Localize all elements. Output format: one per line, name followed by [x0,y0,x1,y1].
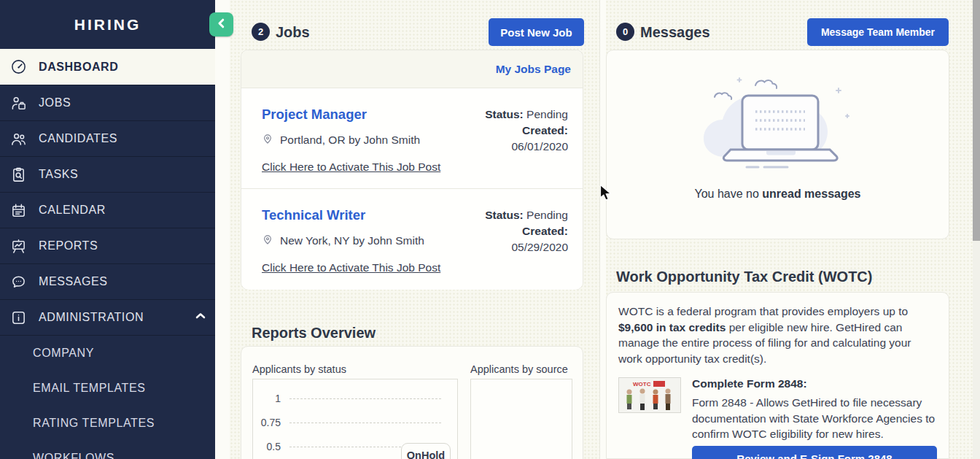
y-axis-tick: 0.75 [254,417,281,428]
sidebar-item-reports[interactable]: REPORTS [0,228,215,263]
message-team-member-button[interactable]: Message Team Member [807,18,949,46]
my-jobs-page-row: My Jobs Page [241,50,583,88]
gridline [289,398,441,399]
applicants-by-status-chart: 1 0.75 0.5 OnHold [252,379,458,459]
sidebar-item-label: CANDIDATES [39,132,117,145]
sidebar-item-label: MESSAGES [39,275,108,288]
status-label: Status: [485,108,524,120]
app-title: HIRING [0,0,215,49]
status-value: Pending [526,209,568,221]
created-label: Created: [485,123,568,139]
hiring-dashboard: HIRING DASHBOARD JOBS CANDIDATES [0,0,980,459]
sidebar-item-candidates[interactable]: CANDIDATES [0,120,215,156]
form-2848-title: Complete Form 2848: [692,377,937,390]
calendar-icon [9,201,28,220]
jobs-count-badge: 2 [252,23,270,41]
form-2848-row: WOTC Complete Form 2848: Form 2848 - All… [607,377,949,459]
sidebar-item-tasks[interactable]: TASKS [0,156,215,192]
wotc-card: WOTC is a federal program that provides … [606,292,949,459]
scrollbar-thumb[interactable] [973,0,980,241]
chevron-left-icon [217,18,227,31]
sidebar-subitem-email-templates[interactable]: EMAIL TEMPLATES [0,371,215,406]
candidates-people-icon [9,130,28,148]
sidebar-item-label: TASKS [39,168,78,181]
page-scrollbar [973,0,980,459]
jobs-briefcase-person-icon [9,94,28,112]
sidebar-subitem-company[interactable]: COMPANY [0,336,215,371]
messages-count-badge: 0 [616,23,634,41]
reports-overview-title: Reports Overview [252,325,376,342]
sidebar-item-administration[interactable]: ADMINISTRATION [0,299,215,335]
reports-overview-card: Applicants by status 1 0.75 0.5 OnHold A… [241,346,583,459]
sidebar-item-label: DASHBOARD [39,61,118,74]
svg-text:WOTC: WOTC [633,381,651,387]
gridline [289,423,441,423]
activate-job-link[interactable]: Click Here to Activate This Job Post [262,261,440,274]
applicants-by-source-label: Applicants by source [470,363,568,375]
form-2848-description: Form 2848 - Allows GetHired to file nece… [692,395,937,442]
job-location-text: Portland, OR by John Smith [280,134,420,147]
sidebar: HIRING DASHBOARD JOBS CANDIDATES [0,0,215,459]
messages-section-title: Messages [640,24,710,41]
location-pin-icon [262,133,273,147]
applicants-by-status-label: Applicants by status [252,363,346,375]
sidebar-item-label: CALENDAR [39,204,106,217]
form-2848-content: Complete Form 2848: Form 2848 - Allows G… [692,377,937,459]
reports-chart-icon [9,237,28,255]
applicants-by-source-chart [470,379,572,459]
sidebar-item-dashboard[interactable]: DASHBOARD [0,49,215,85]
status-value: Pending [526,108,568,120]
sidebar-nav: DASHBOARD JOBS CANDIDATES TASKS [0,49,215,459]
sidebar-subitem-rating-templates[interactable]: RATING TEMPLATES [0,406,215,441]
job-title-link[interactable]: Technical Writer [262,207,365,223]
job-meta: Status: Pending Created: 05/29/2020 [485,207,568,255]
administration-info-icon [9,309,28,327]
column-divider [599,0,606,459]
messages-card: You have no unread messages [606,50,949,239]
my-jobs-page-link[interactable]: My Jobs Page [496,63,571,76]
empty-inbox-laptop-illustration [694,68,862,179]
sidebar-subitem-workflows[interactable]: WORKFLOWS [0,441,215,459]
status-label: Status: [485,209,524,221]
created-value: 06/01/2020 [485,139,568,155]
job-title-link[interactable]: Project Manager [262,107,367,123]
jobs-card: My Jobs Page Project Manager Portland, O… [241,50,583,290]
messages-bubble-icon [9,273,28,291]
review-esign-form-button[interactable]: Review and E-Sign Form 2848 [692,446,937,459]
sidebar-gutter [215,0,230,459]
sidebar-item-label: JOBS [39,96,71,109]
post-new-job-button[interactable]: Post New Job [489,18,584,46]
wotc-form-thumbnail-image[interactable]: WOTC [618,377,681,413]
sidebar-item-label: REPORTS [39,239,98,252]
sidebar-item-jobs[interactable]: JOBS [0,85,215,120]
sidebar-subitem-label: RATING TEMPLATES [33,417,155,430]
chart-tooltip-onhold: OnHold [401,443,451,459]
sidebar-collapse-button[interactable] [209,12,233,36]
y-axis-tick: 1 [254,393,281,404]
no-unread-messages-text: You have no unread messages [607,188,949,201]
chevron-up-icon [195,310,206,325]
job-meta: Status: Pending Created: 06/01/2020 [485,107,568,155]
created-label: Created: [485,223,568,239]
activate-job-link[interactable]: Click Here to Activate This Job Post [262,161,440,174]
job-row-technical-writer: Technical Writer New York, NY by John Sm… [241,189,583,290]
jobs-section-title: Jobs [276,24,310,41]
location-pin-icon [262,234,273,248]
sidebar-item-label: ADMINISTRATION [39,311,144,324]
tasks-clipboard-icon [9,166,28,184]
sidebar-subitem-label: COMPANY [33,347,94,360]
sidebar-subitem-label: WORKFLOWS [33,452,114,459]
sidebar-item-calendar[interactable]: CALENDAR [0,192,215,228]
dashboard-gauge-icon [9,58,28,76]
job-location-text: New York, NY by John Smith [280,234,424,247]
wotc-description: WOTC is a federal program that provides … [607,293,949,366]
y-axis-tick: 0.5 [254,441,281,452]
administration-submenu: COMPANY EMAIL TEMPLATES RATING TEMPLATES… [0,335,215,459]
created-value: 05/29/2020 [485,239,568,255]
sidebar-item-messages[interactable]: MESSAGES [0,263,215,299]
wotc-section-title: Work Opportunity Tax Credit (WOTC) [616,269,872,285]
job-row-project-manager: Project Manager Portland, OR by John Smi… [241,88,583,189]
sidebar-subitem-label: EMAIL TEMPLATES [33,382,146,395]
